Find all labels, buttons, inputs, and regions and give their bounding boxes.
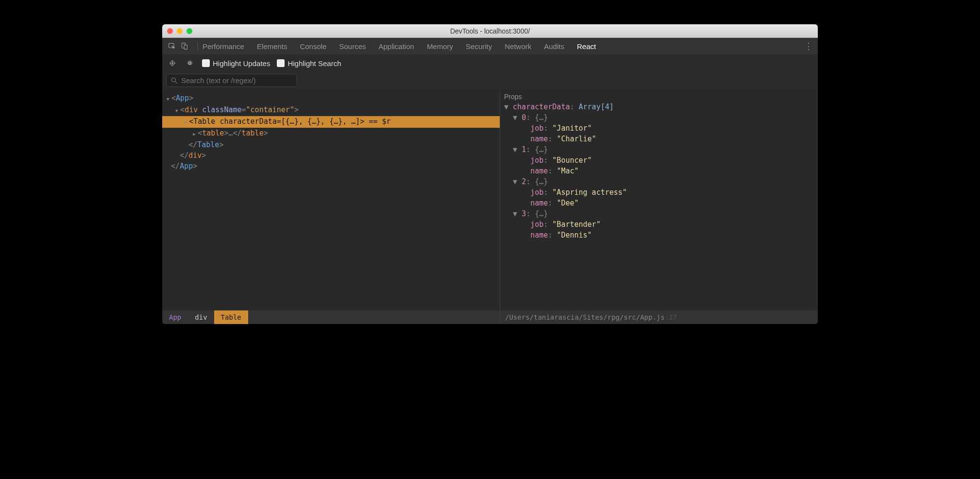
tab-elements[interactable]: Elements: [257, 42, 287, 51]
props-field[interactable]: name: "Dennis": [504, 230, 814, 240]
gear-icon[interactable]: [185, 58, 195, 68]
inspect-icon[interactable]: [167, 41, 177, 51]
tab-memory[interactable]: Memory: [427, 42, 453, 51]
props-item[interactable]: ▼ 3: {…}: [504, 208, 814, 219]
tab-react[interactable]: React: [577, 42, 596, 51]
props-field[interactable]: name: "Mac": [504, 166, 814, 176]
devtools-window: DevTools - localhost:3000/ Performance E…: [162, 24, 818, 324]
tree-row-table-el[interactable]: <table>…</table>: [162, 128, 500, 139]
props-field[interactable]: name: "Dee": [504, 198, 814, 208]
crumb-div[interactable]: div: [188, 310, 214, 324]
tree-row-table[interactable]: <Table characterData=[{…}, {…}, {…}, …]>…: [162, 116, 500, 128]
search-row: [162, 72, 818, 91]
tree-row-div[interactable]: <div className="container">: [162, 104, 500, 116]
tab-list: Performance Elements Console Sources App…: [203, 42, 596, 51]
props-pane: Props ▼ characterData: Array[4] ▼ 0: {…}…: [500, 91, 818, 324]
props-item[interactable]: ▼ 2: {…}: [504, 176, 814, 187]
props-root[interactable]: ▼ characterData: Array[4]: [504, 102, 814, 112]
tab-network[interactable]: Network: [505, 42, 531, 51]
tab-application[interactable]: Application: [378, 42, 414, 51]
target-icon[interactable]: [167, 58, 178, 68]
highlight-updates-checkbox[interactable]: Highlight Updates: [202, 59, 270, 68]
component-tree[interactable]: <App> <div className="container"> <Table…: [162, 91, 500, 310]
titlebar: DevTools - localhost:3000/: [162, 24, 818, 38]
props-field[interactable]: job: "Bouncer": [504, 155, 814, 166]
component-tree-pane: <App> <div className="container"> <Table…: [162, 91, 500, 324]
search-input[interactable]: [181, 76, 293, 85]
checkbox-icon[interactable]: [202, 59, 210, 67]
highlight-search-label: Highlight Search: [287, 59, 341, 68]
chevron-right-icon[interactable]: [193, 128, 198, 139]
props-field[interactable]: job: "Janitor": [504, 123, 814, 134]
source-path-text: /Users/taniarascia/Sites/rpg/src/App.js: [505, 313, 665, 321]
minimize-icon[interactable]: [177, 28, 183, 34]
search-icon: [170, 77, 178, 85]
chevron-down-icon[interactable]: [175, 104, 180, 116]
props-field[interactable]: job: "Bartender": [504, 219, 814, 230]
tree-row-table-close[interactable]: </Table>: [162, 139, 500, 150]
tab-performance[interactable]: Performance: [203, 42, 244, 51]
props-item[interactable]: ▼ 0: {…}: [504, 112, 814, 123]
tree-row-app-close[interactable]: </App>: [162, 161, 500, 171]
props-field[interactable]: job: "Aspring actress": [504, 187, 814, 198]
search-box[interactable]: [166, 74, 297, 87]
props-item[interactable]: ▼ 1: {…}: [504, 144, 814, 155]
tab-audits[interactable]: Audits: [544, 42, 564, 51]
react-toolbar: Highlight Updates Highlight Search: [162, 54, 818, 72]
highlight-updates-label: Highlight Updates: [213, 59, 270, 68]
crumb-app[interactable]: App: [162, 310, 188, 324]
main-panes: <App> <div className="container"> <Table…: [162, 91, 818, 324]
kebab-icon[interactable]: ⋮: [804, 41, 813, 51]
highlight-search-checkbox[interactable]: Highlight Search: [277, 59, 341, 68]
props-title: Props: [504, 93, 814, 101]
props-body[interactable]: Props ▼ characterData: Array[4] ▼ 0: {…}…: [500, 91, 818, 310]
svg-point-5: [171, 78, 175, 82]
zoom-icon[interactable]: [186, 28, 192, 34]
tab-console[interactable]: Console: [300, 42, 326, 51]
window-title: DevTools - localhost:3000/: [162, 27, 818, 35]
close-icon[interactable]: [167, 28, 173, 34]
crumb-table[interactable]: Table: [214, 310, 248, 324]
device-icon[interactable]: [180, 41, 189, 51]
breadcrumb: App div Table: [162, 310, 500, 324]
chevron-down-icon[interactable]: [184, 116, 189, 128]
props-field[interactable]: name: "Charlie": [504, 134, 814, 144]
source-path[interactable]: /Users/taniarascia/Sites/rpg/src/App.js:…: [500, 310, 818, 324]
tab-security[interactable]: Security: [466, 42, 492, 51]
svg-point-4: [172, 63, 173, 64]
tree-row-app[interactable]: <App>: [162, 93, 500, 104]
svg-rect-2: [184, 45, 187, 50]
checkbox-icon[interactable]: [277, 59, 285, 67]
devtools-tabbar: Performance Elements Console Sources App…: [162, 38, 818, 54]
separator: [197, 42, 198, 51]
source-line: :27: [665, 313, 677, 321]
tree-row-div-close[interactable]: </div>: [162, 150, 500, 161]
chevron-down-icon[interactable]: [167, 93, 171, 104]
tab-sources[interactable]: Sources: [339, 42, 366, 51]
traffic-lights: [167, 28, 192, 34]
